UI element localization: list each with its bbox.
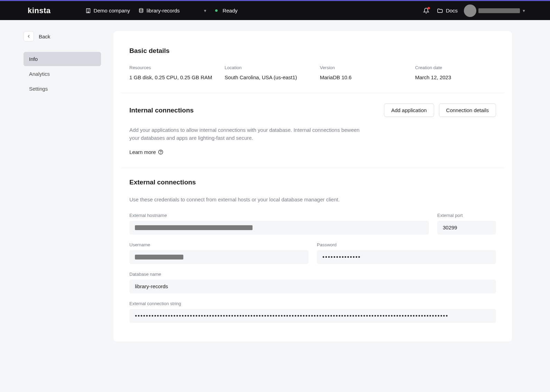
status-dot-icon [215, 9, 218, 12]
sidebar-item-label: Analytics [29, 71, 50, 77]
back-arrow-button[interactable] [24, 31, 34, 42]
back-button[interactable]: Back [24, 31, 101, 42]
external-connections-desc: Use these credentials to connect from ex… [129, 197, 496, 202]
status-label: Ready [222, 8, 237, 13]
sidebar: Back Info Analytics Settings [24, 31, 101, 97]
external-hostname-field[interactable] [129, 221, 429, 235]
divider [121, 93, 504, 93]
location-value: South Carolina, USA (us-east1) [224, 74, 313, 80]
back-label: Back [39, 34, 50, 39]
version-label: Version [320, 65, 409, 70]
creation-date-label: Creation date [415, 65, 496, 70]
creation-date-value: March 12, 2023 [415, 74, 496, 80]
connection-string-label: External connection string [129, 301, 496, 306]
sidebar-item-label: Info [29, 56, 38, 62]
username-field[interactable] [129, 250, 309, 264]
database-name-field[interactable]: library-records [129, 280, 496, 293]
divider [121, 168, 504, 168]
company-label: Demo company [94, 8, 130, 13]
svg-point-1 [139, 8, 143, 10]
add-application-button[interactable]: Add application [384, 103, 434, 117]
avatar [464, 4, 476, 17]
docs-link[interactable]: Docs [437, 8, 458, 14]
help-circle-icon [158, 149, 163, 155]
sidebar-item-settings[interactable]: Settings [24, 82, 101, 96]
location-label: Location [224, 65, 313, 70]
user-menu[interactable]: ▼ [464, 4, 526, 17]
notifications-button[interactable] [423, 8, 429, 14]
internal-connections-desc: Add your applications to allow internal … [129, 126, 365, 142]
arrow-left-icon [26, 34, 31, 39]
chevron-down-icon: ▼ [203, 9, 207, 13]
database-name-value: library-records [135, 283, 168, 289]
main-card: Basic details Resources 1 GB disk, 0.25 … [113, 31, 512, 341]
svg-point-3 [161, 153, 161, 153]
external-hostname-value [135, 225, 253, 230]
resources-label: Resources [129, 65, 218, 70]
basic-details-grid: Resources 1 GB disk, 0.25 CPU, 0.25 GB R… [129, 65, 496, 80]
database-selector[interactable]: library-records ▼ [138, 8, 207, 13]
internal-connections-title: Internal connections [129, 107, 194, 114]
topbar: kinsta Demo company library-records ▼ Re… [0, 0, 550, 20]
connection-string-field[interactable]: ••••••••••••••••••••••••••••••••••••••••… [129, 309, 496, 323]
chevron-down-icon: ▼ [522, 9, 526, 13]
user-name [478, 8, 520, 13]
sidebar-item-label: Settings [29, 86, 48, 92]
username-label: Username [129, 242, 309, 247]
basic-details-title: Basic details [129, 47, 496, 55]
password-value: •••••••••••••• [322, 254, 361, 261]
building-icon [85, 8, 91, 13]
external-port-value: 30299 [443, 225, 457, 230]
status-indicator: Ready [215, 8, 237, 13]
username-value [135, 255, 183, 259]
resources-value: 1 GB disk, 0.25 CPU, 0.25 GB RAM [129, 74, 218, 80]
password-label: Password [317, 242, 496, 247]
external-connections-title: External connections [129, 179, 496, 186]
version-value: MariaDB 10.6 [320, 74, 409, 80]
database-icon [138, 8, 144, 13]
logo: kinsta [28, 6, 51, 15]
notification-dot-icon [428, 7, 430, 9]
learn-more-link[interactable]: Learn more [129, 149, 163, 155]
external-port-field[interactable]: 30299 [437, 221, 496, 235]
connection-details-button[interactable]: Connection details [439, 103, 496, 117]
database-label: library-records [147, 8, 180, 13]
external-hostname-label: External hostname [129, 213, 429, 218]
password-field[interactable]: •••••••••••••• [317, 250, 496, 264]
learn-more-label: Learn more [129, 149, 156, 155]
database-name-label: Database name [129, 272, 496, 277]
docs-label: Docs [446, 8, 458, 13]
folder-icon [437, 8, 443, 14]
connection-string-value: ••••••••••••••••••••••••••••••••••••••••… [135, 312, 449, 319]
external-port-label: External port [437, 213, 496, 218]
sidebar-item-analytics[interactable]: Analytics [24, 67, 101, 81]
company-selector[interactable]: Demo company [85, 8, 130, 13]
sidebar-item-info[interactable]: Info [24, 52, 101, 66]
